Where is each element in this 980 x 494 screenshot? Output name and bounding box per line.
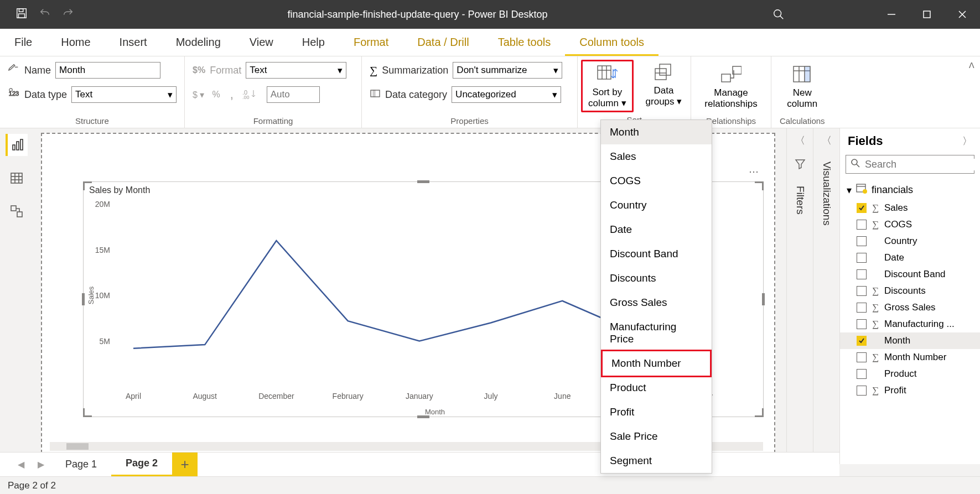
category-select[interactable]: Uncategorized▾ [452,86,561,103]
tab-column-tools[interactable]: Column tools [565,29,658,56]
manage-relationships-button[interactable]: Managerelationships [699,62,763,111]
checkbox[interactable] [857,253,867,263]
field-date[interactable]: Date [840,249,980,266]
field-country[interactable]: Country [840,233,980,249]
dropdown-item-month[interactable]: Month [601,120,712,144]
chevron-down-icon: ▾ [847,184,852,196]
collapse-fields-icon[interactable]: 〉 [962,134,972,148]
field-cogs[interactable]: ∑COGS [840,216,980,233]
data-view-button[interactable] [6,167,28,189]
table-row-financials[interactable]: ▾ financials [840,180,980,200]
sigma-icon: ∑ [871,319,880,330]
field-discounts[interactable]: ∑Discounts [840,283,980,299]
page-tab-1[interactable]: Page 1 [51,453,111,476]
visual-header-menu[interactable]: ⋯ [749,165,759,178]
dropdown-item-cogs[interactable]: COGS [601,169,712,193]
maximize-icon[interactable] [909,0,945,29]
svg-text:July: July [484,392,498,401]
checkbox[interactable] [857,369,867,379]
field-month-number[interactable]: ∑Month Number [840,349,980,366]
tab-modeling[interactable]: Modeling [162,29,235,56]
tab-data-drill[interactable]: Data / Drill [403,29,483,56]
expand-filters-icon[interactable]: 〈 [795,134,805,147]
tab-format[interactable]: Format [339,29,403,56]
checkbox[interactable] [857,303,867,313]
dropdown-item-country[interactable]: Country [601,193,712,217]
save-icon[interactable] [15,7,28,22]
dropdown-item-discounts[interactable]: Discounts [601,266,712,290]
dropdown-item-date[interactable]: Date [601,217,712,242]
svg-text:15M: 15M [95,246,110,254]
visualizations-pane-collapsed[interactable]: 〈 Visualizations [813,128,839,464]
tab-view[interactable]: View [235,29,288,56]
name-input[interactable] [55,62,160,79]
dropdown-item-discount-band[interactable]: Discount Band [601,242,712,266]
field-product[interactable]: Product [840,366,980,382]
svg-rect-12 [598,66,611,79]
checkbox[interactable] [857,286,867,296]
field-sales[interactable]: ∑Sales [840,200,980,216]
new-column-button[interactable]: Newcolumn [779,62,826,111]
field-month[interactable]: Month [840,332,980,349]
checkbox[interactable] [857,352,867,362]
tab-insert[interactable]: Insert [105,29,162,56]
close-icon[interactable] [945,0,980,29]
page-tab-2[interactable]: Page 2 [111,452,172,477]
next-page-button[interactable]: ▶ [31,459,51,470]
title-bar: financial-sample-finished-update-query -… [0,0,980,29]
group-properties-label: Properties [370,114,569,126]
search-icon[interactable] [761,0,796,29]
dropdown-item-sales[interactable]: Sales [601,144,712,169]
dropdown-item-gross-sales[interactable]: Gross Sales [601,290,712,315]
decimal-places-input[interactable] [267,86,320,103]
dropdown-item-segment[interactable]: Segment [601,449,712,473]
report-view-button[interactable] [6,134,28,156]
dropdown-item-profit[interactable]: Profit [601,400,712,424]
percent-icon: % [212,90,220,100]
checkbox[interactable] [857,319,867,329]
checkbox[interactable] [857,386,867,396]
tab-file[interactable]: File [0,29,46,56]
dropdown-item-sale-price[interactable]: Sale Price [601,424,712,449]
expand-visualizations-icon[interactable]: 〈 [822,134,832,147]
datatype-select[interactable]: Text▾ [71,86,177,103]
checkbox[interactable] [857,336,867,346]
chevron-down-icon: ▾ [553,65,558,76]
group-structure: Name 123 Data type Text▾ Structure [0,56,185,128]
format-select[interactable]: Text▾ [246,62,346,79]
checkbox[interactable] [857,269,867,279]
tab-table-tools[interactable]: Table tools [484,29,566,56]
fields-search[interactable] [846,155,974,174]
add-page-button[interactable]: + [172,453,198,477]
svg-rect-35 [17,212,22,217]
prev-page-button[interactable]: ◀ [11,459,31,470]
field-label: Discounts [884,285,926,297]
sort-by-column-button[interactable]: Sort bycolumn ▾ [581,60,634,112]
dropdown-item-manufacturing-price[interactable]: Manufacturing Price [601,315,712,351]
summarization-select[interactable]: Don't summarize▾ [453,62,562,79]
undo-icon[interactable] [39,7,51,22]
svg-text:.00: .00 [242,95,250,99]
checkbox[interactable] [857,236,867,246]
filters-pane-collapsed[interactable]: 〈 Filters [786,128,813,464]
model-view-button[interactable] [6,200,28,222]
checkbox[interactable] [857,220,867,230]
minimize-icon[interactable] [874,0,909,29]
data-groups-button[interactable]: Datagroups ▾ [640,60,688,109]
field-gross-sales[interactable]: ∑Gross Sales [840,299,980,316]
tab-home[interactable]: Home [46,29,105,56]
svg-rect-1 [19,9,23,12]
collapse-ribbon-icon[interactable]: ᐱ [969,61,974,70]
svg-rect-28 [20,139,23,150]
dropdown-item-month-number[interactable]: Month Number [601,350,712,377]
fields-search-input[interactable] [865,159,980,170]
tab-help[interactable]: Help [288,29,339,56]
field-profit[interactable]: ∑Profit [840,382,980,399]
svg-text:June: June [554,392,571,401]
field-discount-band[interactable]: Discount Band [840,266,980,283]
dropdown-item-product[interactable]: Product [601,376,712,400]
category-label: Data category [385,89,447,101]
checkbox[interactable] [857,203,867,213]
field-manufacturing-[interactable]: ∑Manufacturing ... [840,316,980,332]
redo-icon[interactable] [62,7,74,22]
